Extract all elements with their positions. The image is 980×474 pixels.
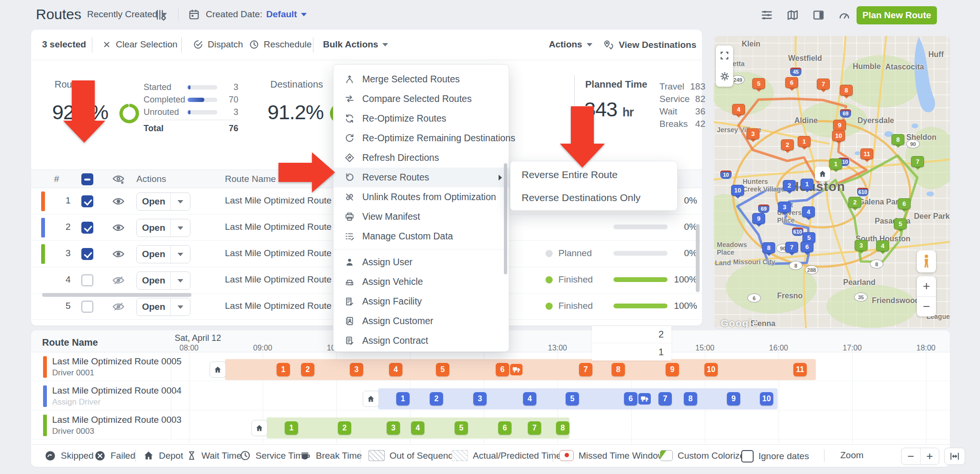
gantt-row[interactable]: 12345678910 Last Mile Optimized Route 00…	[31, 382, 950, 410]
map-stop-marker[interactable]: 5	[894, 218, 907, 229]
row-checkbox[interactable]	[81, 195, 93, 207]
eye-icon[interactable]	[112, 222, 125, 234]
map-stop-marker[interactable]: 8	[840, 85, 853, 96]
row-checkbox[interactable]	[81, 301, 93, 313]
timeline-stop[interactable]: 2	[430, 392, 443, 406]
timeline-stop[interactable]: 8	[556, 421, 569, 435]
pegman-icon[interactable]	[917, 250, 936, 272]
actions-dropdown[interactable]: Actions	[549, 39, 592, 50]
zoom-out-button[interactable]: −	[917, 297, 936, 317]
map-stop-marker[interactable]: 8	[891, 134, 904, 145]
map-stop-marker[interactable]: 11	[860, 148, 873, 159]
route-name[interactable]: Last Mile Optimized Route 0	[225, 301, 339, 311]
menu-item-unlink-routes-from-optimization[interactable]: Unlink Routes from Optimization	[334, 187, 509, 207]
map-icon[interactable]	[786, 8, 799, 22]
clear-selection-button[interactable]: Clear Selection	[102, 39, 178, 50]
timeline-stop[interactable]: 1	[396, 392, 410, 406]
map-stop-marker[interactable]: 6	[785, 77, 798, 88]
eye-icon[interactable]	[112, 248, 125, 260]
timeline-stop[interactable]: 7	[528, 421, 541, 435]
column-settings-icon[interactable]	[154, 8, 167, 22]
timeline-stop[interactable]: 5	[436, 363, 449, 376]
map-stop-marker[interactable]: 2	[783, 180, 796, 191]
map-stop-marker[interactable]: 4	[732, 104, 745, 115]
map-stop-marker[interactable]: 6	[801, 241, 813, 252]
route-name[interactable]: Last Mile Optimized Route 0004	[52, 385, 181, 396]
horizontal-scrollbar[interactable]	[42, 293, 191, 297]
map-stop-marker[interactable]: 5	[752, 78, 765, 89]
menu-item-re-optimize-remaining-destinations[interactable]: Re-Optimize Remaining Destinations	[334, 128, 509, 148]
timeline-stop[interactable]: 7	[658, 392, 672, 406]
timeline-stop[interactable]: 4	[523, 392, 536, 406]
map-stop-marker[interactable]: 4	[802, 206, 815, 217]
timeline-stop[interactable]: 9	[666, 363, 679, 376]
timeline-stop[interactable]: 3	[350, 363, 363, 376]
route-name[interactable]: Last Mile Optimized Route 0005	[52, 356, 181, 367]
map-stop-marker[interactable]: 7	[785, 242, 798, 253]
menu-item-assign-facility[interactable]: Assign Facility	[334, 292, 509, 311]
map-stop-marker[interactable]: 1	[829, 158, 842, 169]
menu-item-assign-customer[interactable]: Assign Customer	[334, 311, 509, 331]
map-depot-marker[interactable]	[815, 167, 830, 181]
select-all-checkbox[interactable]	[81, 173, 93, 185]
row-checkbox[interactable]	[81, 248, 93, 260]
depot-icon[interactable]	[251, 420, 267, 436]
menu-item-reverse-routes[interactable]: Reverse Routes	[334, 168, 509, 187]
open-button[interactable]: Open	[136, 298, 190, 316]
submenu-item-reverse-entire-route[interactable]: Reverse Entire Route	[511, 163, 677, 186]
map-stop-marker[interactable]: 3	[746, 128, 759, 139]
map-stop-marker[interactable]: 10	[832, 130, 845, 141]
timeline-stop[interactable]: 8	[684, 392, 697, 406]
timeline-stop[interactable]: 6	[624, 392, 637, 406]
menu-item-view-manifest[interactable]: View Manifest	[334, 207, 509, 226]
map-stop-marker[interactable]: 8	[762, 242, 775, 253]
row-checkbox[interactable]	[81, 222, 93, 234]
depot-icon[interactable]	[363, 391, 379, 407]
zoom-in-button[interactable]: +	[917, 276, 936, 297]
map-stop-marker[interactable]: 1	[798, 136, 811, 147]
created-date-dropdown[interactable]: Created Date: Default	[206, 9, 307, 20]
eye-off-all-icon[interactable]	[112, 173, 125, 186]
map-stop-marker[interactable]: 3	[778, 202, 791, 213]
eye-off-icon[interactable]	[112, 274, 125, 287]
menu-scrollbar[interactable]	[504, 163, 507, 274]
map-stop-marker[interactable]: 7	[911, 156, 924, 167]
sliders-icon[interactable]	[760, 8, 773, 22]
timeline-stop[interactable]: 4	[411, 421, 424, 435]
timeline-stop[interactable]: 3	[473, 392, 487, 406]
row-checkbox[interactable]	[81, 274, 93, 286]
timeline-stop[interactable]: 1	[277, 363, 290, 376]
assign-driver-link[interactable]: Assign Driver	[52, 397, 100, 407]
open-button[interactable]: Open	[136, 245, 190, 263]
open-button[interactable]: Open	[136, 219, 190, 237]
zoom-out-button[interactable]: −	[902, 448, 921, 464]
timeline-stop[interactable]: 9	[727, 392, 740, 406]
timeline-stop[interactable]: 2	[338, 421, 351, 435]
submenu-item-reverse-destinations-only[interactable]: Reverse Destinations Only	[511, 186, 677, 209]
dashboard-gauge-icon[interactable]	[837, 8, 851, 22]
gantt-row[interactable]: 1234567891011 Last Mile Optimized Route …	[31, 352, 950, 381]
map-stop-marker[interactable]: 3	[855, 240, 868, 251]
menu-item-re-optimize-routes[interactable]: Re-Optimize Routes	[334, 109, 509, 128]
open-button[interactable]: Open	[136, 271, 190, 290]
route-name[interactable]: Last Mile Optimized Route 0	[225, 195, 339, 206]
timeline-stop[interactable]: 4	[389, 363, 402, 376]
plan-new-route-button[interactable]: Plan New Route	[857, 6, 937, 24]
open-button[interactable]: Open	[136, 192, 190, 211]
ignore-dates-toggle[interactable]: Ignore dates	[741, 450, 809, 463]
menu-item-compare-selected-routes[interactable]: Compare Selected Routes	[334, 89, 509, 109]
timeline-stop[interactable]: 6	[496, 363, 509, 376]
timeline-stop[interactable]: 5	[455, 421, 468, 435]
map-stop-marker[interactable]: 6	[898, 198, 911, 209]
timeline-stop[interactable]: 7	[579, 363, 592, 376]
map-stop-marker[interactable]: 7	[817, 79, 830, 90]
timeline-stop[interactable]: 10	[760, 392, 773, 406]
map-stop-marker[interactable]: 1	[801, 179, 813, 190]
map-stop-marker[interactable]: 2	[781, 139, 794, 150]
gear-icon[interactable]	[720, 71, 730, 81]
fullscreen-icon[interactable]	[720, 51, 729, 60]
ignore-dates-checkbox[interactable]	[741, 450, 754, 463]
view-destinations-button[interactable]: View Destinations	[603, 39, 696, 51]
dispatch-button[interactable]: Dispatch	[193, 39, 243, 50]
route-name[interactable]: Last Mile Optimized Route 0003	[52, 415, 181, 425]
